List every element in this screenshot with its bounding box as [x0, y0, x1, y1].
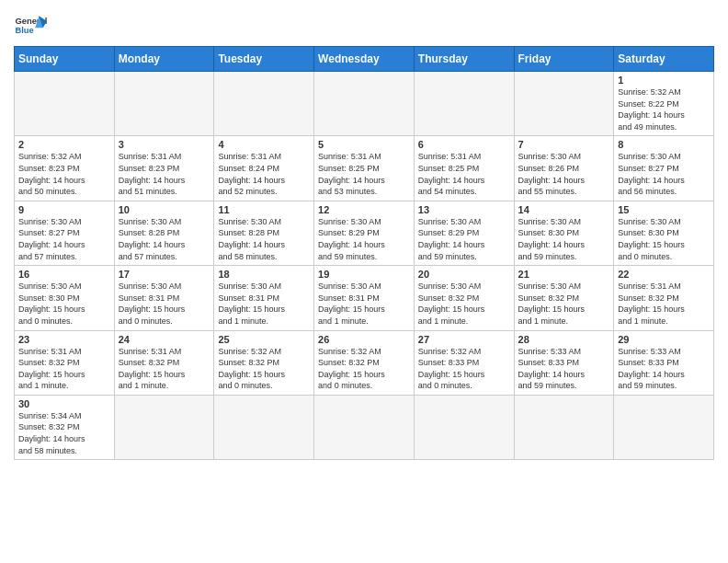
calendar-cell: [15, 72, 115, 136]
day-number: 17: [119, 269, 210, 280]
calendar-cell: 13Sunrise: 5:30 AMSunset: 8:29 PMDayligh…: [414, 201, 514, 265]
day-info: Sunrise: 5:34 AMSunset: 8:32 PMDaylight:…: [18, 410, 110, 456]
day-number: 21: [518, 269, 610, 280]
calendar-cell: [414, 72, 514, 136]
day-info: Sunrise: 5:30 AMSunset: 8:32 PMDaylight:…: [418, 281, 510, 327]
calendar-cell: 10Sunrise: 5:30 AMSunset: 8:28 PMDayligh…: [114, 201, 214, 265]
day-number: 20: [418, 269, 510, 280]
day-number: 11: [218, 204, 310, 215]
day-info: Sunrise: 5:30 AMSunset: 8:28 PMDaylight:…: [218, 216, 310, 262]
day-info: Sunrise: 5:30 AMSunset: 8:28 PMDaylight:…: [119, 216, 210, 262]
calendar-cell: 14Sunrise: 5:30 AMSunset: 8:30 PMDayligh…: [514, 201, 614, 265]
calendar-cell: 12Sunrise: 5:30 AMSunset: 8:29 PMDayligh…: [314, 201, 415, 265]
day-info: Sunrise: 5:30 AMSunset: 8:32 PMDaylight:…: [518, 281, 610, 327]
day-info: Sunrise: 5:30 AMSunset: 8:27 PMDaylight:…: [18, 216, 110, 262]
calendar-cell: 8Sunrise: 5:30 AMSunset: 8:27 PMDaylight…: [614, 136, 714, 201]
day-number: 22: [618, 269, 710, 280]
day-number: 28: [518, 334, 610, 345]
day-number: 23: [18, 334, 110, 345]
day-info: Sunrise: 5:31 AMSunset: 8:32 PMDaylight:…: [618, 281, 710, 327]
calendar-week-row: 30Sunrise: 5:34 AMSunset: 8:32 PMDayligh…: [15, 395, 714, 459]
day-info: Sunrise: 5:32 AMSunset: 8:32 PMDaylight:…: [218, 346, 310, 392]
day-number: 3: [119, 139, 210, 150]
day-number: 8: [618, 139, 710, 150]
day-of-week-header: Saturday: [614, 47, 714, 72]
calendar-cell: 27Sunrise: 5:32 AMSunset: 8:33 PMDayligh…: [414, 330, 514, 395]
calendar-cell: 9Sunrise: 5:30 AMSunset: 8:27 PMDaylight…: [15, 201, 115, 265]
calendar-cell: 11Sunrise: 5:30 AMSunset: 8:28 PMDayligh…: [214, 201, 314, 265]
calendar-cell: 30Sunrise: 5:34 AMSunset: 8:32 PMDayligh…: [15, 395, 115, 459]
calendar-cell: [214, 395, 314, 459]
day-number: 2: [18, 139, 110, 150]
calendar-cell: 18Sunrise: 5:30 AMSunset: 8:31 PMDayligh…: [214, 266, 314, 330]
day-number: 24: [119, 334, 210, 345]
calendar-header-row: SundayMondayTuesdayWednesdayThursdayFrid…: [15, 47, 714, 72]
calendar-cell: [514, 395, 614, 459]
day-number: 4: [218, 139, 310, 150]
day-number: 5: [318, 139, 410, 150]
day-info: Sunrise: 5:31 AMSunset: 8:32 PMDaylight:…: [18, 346, 110, 392]
calendar-cell: [514, 72, 614, 136]
day-number: 15: [618, 204, 710, 215]
calendar-week-row: 9Sunrise: 5:30 AMSunset: 8:27 PMDaylight…: [15, 201, 714, 265]
day-number: 1: [618, 75, 710, 86]
day-of-week-header: Wednesday: [314, 47, 415, 72]
day-number: 25: [218, 334, 310, 345]
day-info: Sunrise: 5:30 AMSunset: 8:31 PMDaylight:…: [318, 281, 410, 327]
calendar-cell: 3Sunrise: 5:31 AMSunset: 8:23 PMDaylight…: [114, 136, 214, 201]
calendar-cell: 16Sunrise: 5:30 AMSunset: 8:30 PMDayligh…: [15, 266, 115, 330]
day-number: 7: [518, 139, 610, 150]
logo: General Blue: [14, 9, 47, 42]
calendar-cell: [114, 72, 214, 136]
calendar-week-row: 16Sunrise: 5:30 AMSunset: 8:30 PMDayligh…: [15, 266, 714, 330]
calendar-cell: [314, 72, 415, 136]
day-info: Sunrise: 5:32 AMSunset: 8:33 PMDaylight:…: [418, 346, 510, 392]
day-number: 16: [18, 269, 110, 280]
day-info: Sunrise: 5:32 AMSunset: 8:32 PMDaylight:…: [318, 346, 410, 392]
calendar-cell: [314, 395, 415, 459]
day-info: Sunrise: 5:32 AMSunset: 8:22 PMDaylight:…: [618, 86, 710, 132]
day-info: Sunrise: 5:31 AMSunset: 8:25 PMDaylight:…: [318, 151, 410, 197]
calendar-cell: 23Sunrise: 5:31 AMSunset: 8:32 PMDayligh…: [15, 330, 115, 395]
calendar-cell: 29Sunrise: 5:33 AMSunset: 8:33 PMDayligh…: [614, 330, 714, 395]
day-number: 27: [418, 334, 510, 345]
day-info: Sunrise: 5:30 AMSunset: 8:26 PMDaylight:…: [518, 151, 610, 197]
calendar-cell: 7Sunrise: 5:30 AMSunset: 8:26 PMDaylight…: [514, 136, 614, 201]
calendar-cell: 20Sunrise: 5:30 AMSunset: 8:32 PMDayligh…: [414, 266, 514, 330]
calendar-cell: 5Sunrise: 5:31 AMSunset: 8:25 PMDaylight…: [314, 136, 415, 201]
day-info: Sunrise: 5:32 AMSunset: 8:23 PMDaylight:…: [18, 151, 110, 197]
day-number: 10: [119, 204, 210, 215]
day-info: Sunrise: 5:30 AMSunset: 8:29 PMDaylight:…: [418, 216, 510, 262]
day-number: 12: [318, 204, 410, 215]
day-of-week-header: Tuesday: [214, 47, 314, 72]
logo-icon: General Blue: [14, 9, 47, 42]
calendar-cell: 15Sunrise: 5:30 AMSunset: 8:30 PMDayligh…: [614, 201, 714, 265]
calendar-cell: 4Sunrise: 5:31 AMSunset: 8:24 PMDaylight…: [214, 136, 314, 201]
calendar-cell: 2Sunrise: 5:32 AMSunset: 8:23 PMDaylight…: [15, 136, 115, 201]
day-of-week-header: Friday: [514, 47, 614, 72]
day-number: 19: [318, 269, 410, 280]
day-info: Sunrise: 5:31 AMSunset: 8:32 PMDaylight:…: [119, 346, 210, 392]
calendar-cell: 17Sunrise: 5:30 AMSunset: 8:31 PMDayligh…: [114, 266, 214, 330]
day-number: 29: [618, 334, 710, 345]
day-of-week-header: Sunday: [15, 47, 115, 72]
calendar-week-row: 23Sunrise: 5:31 AMSunset: 8:32 PMDayligh…: [15, 330, 714, 395]
day-info: Sunrise: 5:30 AMSunset: 8:31 PMDaylight:…: [119, 281, 210, 327]
day-number: 13: [418, 204, 510, 215]
calendar-table: SundayMondayTuesdayWednesdayThursdayFrid…: [14, 46, 714, 460]
day-number: 30: [18, 398, 110, 409]
day-info: Sunrise: 5:30 AMSunset: 8:30 PMDaylight:…: [618, 216, 710, 262]
calendar-week-row: 2Sunrise: 5:32 AMSunset: 8:23 PMDaylight…: [15, 136, 714, 201]
calendar-cell: [114, 395, 214, 459]
calendar-cell: 25Sunrise: 5:32 AMSunset: 8:32 PMDayligh…: [214, 330, 314, 395]
day-info: Sunrise: 5:30 AMSunset: 8:30 PMDaylight:…: [18, 281, 110, 327]
day-number: 14: [518, 204, 610, 215]
calendar-cell: 24Sunrise: 5:31 AMSunset: 8:32 PMDayligh…: [114, 330, 214, 395]
day-info: Sunrise: 5:31 AMSunset: 8:25 PMDaylight:…: [418, 151, 510, 197]
calendar-cell: 22Sunrise: 5:31 AMSunset: 8:32 PMDayligh…: [614, 266, 714, 330]
calendar-cell: 21Sunrise: 5:30 AMSunset: 8:32 PMDayligh…: [514, 266, 614, 330]
day-info: Sunrise: 5:33 AMSunset: 8:33 PMDaylight:…: [618, 346, 710, 392]
day-info: Sunrise: 5:31 AMSunset: 8:23 PMDaylight:…: [119, 151, 210, 197]
day-info: Sunrise: 5:30 AMSunset: 8:31 PMDaylight:…: [218, 281, 310, 327]
day-of-week-header: Monday: [114, 47, 214, 72]
